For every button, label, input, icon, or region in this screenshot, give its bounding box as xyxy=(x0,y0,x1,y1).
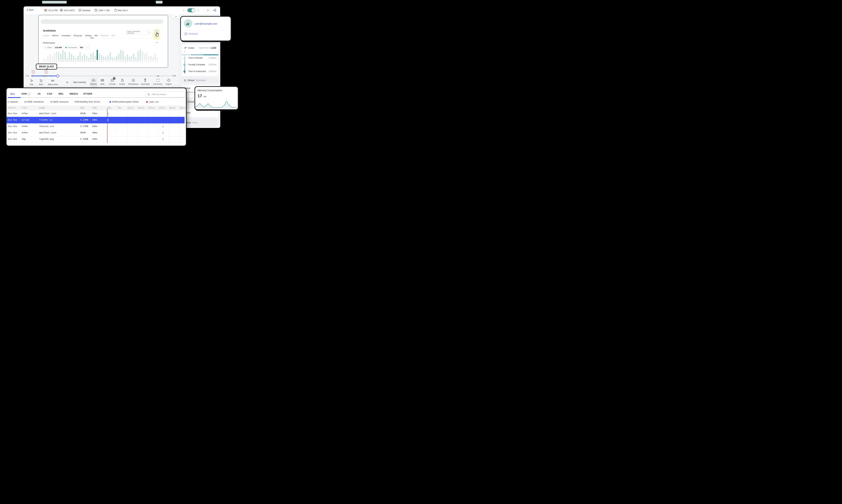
state-panel-button[interactable]: State xyxy=(100,78,105,85)
network-tab-xhr[interactable]: XHR xyxy=(21,92,27,95)
col-type[interactable]: TYPE xyxy=(21,107,27,109)
timeline-playhead[interactable] xyxy=(56,74,59,77)
cell-time: 52ms xyxy=(92,125,97,127)
time-col-110s: 110.1s xyxy=(127,107,133,109)
browser-tab-keywords[interactable]: Keywords xyxy=(101,35,109,37)
user-email[interactable]: user@example.com xyxy=(195,22,217,25)
table-row[interactable]: 2xx-3xxscripttracker.js5.22KB18ms xyxy=(6,117,184,123)
network-tab-js[interactable]: JS xyxy=(37,92,40,95)
chart-bar xyxy=(129,57,130,60)
metric-dot-icon xyxy=(183,64,185,66)
timeline-event-dot[interactable] xyxy=(33,76,34,76)
filter-input[interactable] xyxy=(151,93,181,96)
events-panel-button[interactable]: Events xyxy=(120,78,125,85)
timeline-event-dot[interactable] xyxy=(45,76,46,76)
back-button[interactable]: Back xyxy=(26,8,34,11)
col-size[interactable]: SIZE xyxy=(80,107,85,109)
table-row[interactable]: 2xx-3xximglogo192.png5.22KB25ms xyxy=(6,136,184,143)
share-icon[interactable] xyxy=(213,9,216,12)
date-range-value: Custom: 14/12/2019 - 21/01/2020 xyxy=(126,31,147,34)
timeline-event-dot[interactable] xyxy=(51,76,52,76)
metric-chip-conversion[interactable]: Conversion 902 xyxy=(64,45,85,50)
browser-tab-settings[interactable]: Settings xyxy=(85,35,92,37)
network-tab-css[interactable]: CSS xyxy=(47,92,52,95)
table-row[interactable]: 2xx-3xxotherfavicon.ico3.77KB52ms xyxy=(6,123,184,130)
console-panel-button[interactable]: Console 3 xyxy=(109,78,116,85)
chart-x-label: 16 xyxy=(62,60,64,61)
bookmark-star-icon[interactable]: ☆ xyxy=(207,8,209,12)
add-metric-button[interactable]: + xyxy=(86,45,90,50)
timeline-event-dot[interactable] xyxy=(44,76,44,76)
network-tab-other[interactable]: OTHER xyxy=(83,92,92,95)
chart-x-label: 2 xyxy=(98,60,101,61)
issue-marker[interactable]: i xyxy=(44,70,48,76)
timeline-event-dot[interactable] xyxy=(42,76,43,76)
timeline-event-dot[interactable] xyxy=(46,76,47,76)
section-menu-icon[interactable]: ••• xyxy=(156,41,158,44)
cell-name: tracker.js xyxy=(39,119,52,121)
chart-bar xyxy=(50,54,51,60)
browser-tab-campaigns[interactable]: Campaigns xyxy=(61,35,71,37)
timeline-event-dot[interactable] xyxy=(32,76,33,76)
chart-x-label: 28 xyxy=(154,60,156,61)
metric-chip-clicks[interactable]: Clicks 123,949 xyxy=(43,45,64,50)
cell-size: 3.77KB xyxy=(80,125,88,127)
col-time[interactable]: TIME xyxy=(92,107,97,109)
network-tab-all[interactable]: ALL xyxy=(10,92,15,95)
chip-label: Clicks xyxy=(47,47,52,49)
chart-bar xyxy=(120,50,121,60)
col-name[interactable]: NAME xyxy=(39,107,45,109)
collapse-panel-button[interactable]: » xyxy=(173,14,179,19)
back-10s-button[interactable]: 10 Back xyxy=(39,79,43,85)
chart-x-label: 27 xyxy=(86,60,88,61)
speed-button[interactable]: 1x xyxy=(66,81,68,84)
timeline-current-time: 1:00 xyxy=(25,75,29,77)
date-range-select[interactable]: Custom: 14/12/2019 - 21/01/2020 xyxy=(125,30,151,35)
event-row-clicked-about[interactable]: Clicked About xyxy=(181,119,218,126)
chart-bar xyxy=(90,54,91,60)
chart-bar xyxy=(110,52,111,60)
skip-to-issue-button[interactable]: Skip to Issue xyxy=(48,79,58,85)
time-col-275s: 275.4s xyxy=(159,107,165,109)
toggle-check-icon: ✓ xyxy=(192,8,195,12)
inspect-button[interactable]: Inspect xyxy=(166,78,172,85)
network-panel-button[interactable]: Network xyxy=(90,78,97,85)
chart-bar xyxy=(146,52,147,60)
apple-icon xyxy=(114,8,117,12)
event-row-clicked-dashboard[interactable]: Clicked Dashboard xyxy=(181,77,218,83)
browser-tab-listings[interactable]: Listings xyxy=(43,35,49,37)
timeline-event-dot[interactable] xyxy=(158,76,159,76)
timeline-event-dot[interactable] xyxy=(157,76,158,76)
issue-marker[interactable]: i xyxy=(31,70,35,76)
table-row[interactable]: 2xx-3xxothermanifest.json492B19ms xyxy=(6,110,184,117)
chart-bar xyxy=(114,58,115,60)
chart-bar xyxy=(122,51,124,60)
autoplay-toggle[interactable]: ✓ xyxy=(187,8,195,12)
next-session-chevron-icon[interactable] xyxy=(197,9,199,12)
browser-tab-advices[interactable]: Advices xyxy=(52,35,59,37)
performance-panel-button[interactable]: Performance xyxy=(128,78,139,85)
chevron-left-icon xyxy=(26,9,28,11)
chart-x-label: 19 xyxy=(135,60,137,61)
hand-click-icon xyxy=(120,78,124,82)
play-button[interactable]: Play xyxy=(30,79,34,85)
table-row[interactable]: 2xx-3xxothermanifest.json492B26ms xyxy=(6,130,184,136)
browser-tab-ads-active[interactable]: Ads xyxy=(94,35,98,37)
prev-session-chevron-icon[interactable] xyxy=(183,9,184,12)
network-tab-media[interactable]: MEDIA xyxy=(70,92,78,95)
help-icon[interactable]: ? xyxy=(27,93,30,96)
chart-x-label: 18 xyxy=(133,60,135,61)
viewport-resolution: 1344 × 736 xyxy=(98,9,109,12)
network-tab-img[interactable]: IMG xyxy=(58,92,63,95)
skip-inactivity-button[interactable]: Skip Inactivity xyxy=(73,81,86,84)
metadata-link[interactable]: Metadata xyxy=(189,33,198,35)
long-tasks-panel-button[interactable]: Long Tasks xyxy=(141,78,150,85)
cloud-download-icon xyxy=(92,78,95,82)
chevron-down-icon xyxy=(147,32,151,33)
skeleton-action-block xyxy=(156,1,162,3)
metrics-list: Time to Render 1,162ms Visually Complete… xyxy=(182,55,218,76)
col-status[interactable]: STATUS xyxy=(7,107,16,109)
browser-tab-ad-groups[interactable]: Ad groups xyxy=(74,35,82,37)
full-screen-button[interactable]: Full Screen xyxy=(154,78,162,85)
browser-tab-more[interactable]: More xyxy=(112,35,116,37)
